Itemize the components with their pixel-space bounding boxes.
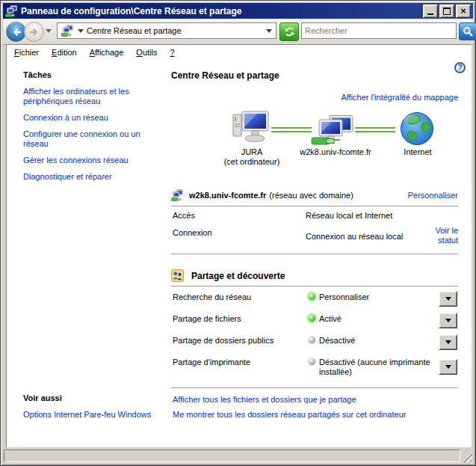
sharing-row-file-sharing: Partage de fichiers Activé bbox=[171, 314, 464, 338]
window-title: Panneau de configuration\Centre Réseau e… bbox=[21, 6, 421, 16]
window: Panneau de configuration\Centre Réseau e… bbox=[0, 0, 476, 466]
sharing-title: Partage et découverte bbox=[191, 271, 285, 281]
map-connector-line bbox=[271, 127, 312, 132]
address-chevron-icon[interactable] bbox=[78, 29, 84, 33]
maximize-button[interactable] bbox=[439, 4, 454, 18]
sidebar-item-connexion-reseau[interactable]: Connexion à un réseau bbox=[23, 113, 108, 123]
sharing-row-label: Partage d'imprimante bbox=[173, 358, 250, 367]
separator bbox=[171, 286, 458, 286]
sharing-row-status: Désactivé bbox=[319, 336, 434, 346]
domain-header: w2k8.univ-fcomte.fr (réseau avec domaine… bbox=[171, 189, 458, 201]
show-shared-folders-link[interactable]: Me montrer tous les dossiers réseau part… bbox=[173, 410, 406, 419]
search-icon bbox=[463, 26, 473, 37]
expand-button[interactable] bbox=[439, 291, 457, 307]
menu-affichage[interactable]: Affichage bbox=[85, 46, 132, 58]
domain-mini-network-icon bbox=[171, 189, 183, 201]
menu-edition[interactable]: Edition bbox=[47, 46, 85, 58]
show-shared-files-link[interactable]: Afficher tous les fichiers et dossiers q… bbox=[173, 395, 356, 404]
internet-globe-icon[interactable] bbox=[400, 111, 434, 146]
sharing-row-label: Recherche du réseau bbox=[173, 292, 251, 301]
chevron-down-icon bbox=[445, 340, 451, 344]
access-value: Réseau local et Internet bbox=[306, 211, 392, 220]
minimize-button[interactable] bbox=[423, 4, 438, 18]
recent-pages-chevron-icon[interactable] bbox=[46, 29, 52, 33]
status-bar bbox=[3, 448, 473, 463]
status-dot bbox=[309, 358, 315, 365]
close-button[interactable]: × bbox=[456, 4, 471, 18]
tasks-title: Tâches bbox=[23, 70, 156, 79]
sharing-row-public-folders: Partage de dossiers publics Désactivé bbox=[171, 336, 464, 360]
connection-label: Connexion bbox=[173, 228, 212, 237]
page-title: Centre Réseau et partage bbox=[171, 70, 279, 81]
back-arrow-icon bbox=[10, 26, 22, 38]
sharing-row-label: Partage de fichiers bbox=[173, 314, 241, 323]
status-dot bbox=[309, 293, 315, 300]
sharing-row-status: Désactivé (aucune imprimante installée) bbox=[319, 358, 434, 377]
connection-value: Connexion au réseau local bbox=[306, 232, 403, 241]
sidebar-item-afficher-ordinateurs[interactable]: Afficher les ordinateurs et les périphér… bbox=[23, 87, 156, 106]
chevron-down-icon bbox=[445, 365, 451, 369]
sharing-row-printer: Partage d'imprimante Désactivé (aucune i… bbox=[171, 358, 464, 387]
separator bbox=[171, 387, 458, 388]
map-connector-line bbox=[355, 127, 395, 132]
sharing-header: Partage et découverte bbox=[171, 269, 285, 282]
minimize-icon bbox=[427, 13, 433, 15]
expand-button[interactable] bbox=[439, 359, 457, 375]
address-bar[interactable]: Centre Réseau et partage bbox=[57, 22, 276, 39]
tasks-pane: Tâches Afficher les ordinateurs et les p… bbox=[23, 70, 156, 188]
see-also-title: Voir aussi bbox=[23, 393, 156, 402]
titlebar[interactable]: Panneau de configuration\Centre Réseau e… bbox=[3, 3, 473, 19]
map-node-domain: w2k8.univ-fcomte.fr bbox=[280, 147, 391, 157]
map-node-this-computer: JURA (cet ordinateur) bbox=[213, 147, 291, 167]
chevron-down-icon bbox=[445, 297, 451, 301]
sharing-row-network-discovery: Recherche du réseau Personnaliser bbox=[171, 292, 464, 316]
menu-outils[interactable]: Outils bbox=[132, 46, 165, 58]
domain-network-icon[interactable] bbox=[310, 115, 355, 147]
search-box bbox=[301, 22, 457, 39]
network-app-icon bbox=[5, 5, 17, 17]
separator bbox=[171, 206, 458, 206]
full-map-link[interactable]: Afficher l'intégralité du mappage bbox=[341, 93, 458, 102]
sidebar-item-configurer-connexion[interactable]: Configurer une connexion ou un réseau bbox=[23, 129, 156, 149]
close-icon: × bbox=[460, 7, 466, 15]
forward-button[interactable] bbox=[24, 22, 44, 42]
client-area: Fichier Edition Affichage Outils ? Tâche… bbox=[6, 44, 472, 447]
map-node-internet: Internet bbox=[395, 147, 440, 157]
status-dot bbox=[309, 337, 315, 343]
search-input[interactable] bbox=[302, 26, 456, 35]
search-button[interactable] bbox=[459, 22, 476, 40]
sidebar-item-diagnostiquer[interactable]: Diagnostiquer et réparer bbox=[23, 172, 112, 182]
sidebar-item-gerer-connexions[interactable]: Gérer les connexions réseau bbox=[23, 156, 129, 165]
status-dot bbox=[309, 315, 315, 322]
refresh-button[interactable] bbox=[279, 22, 299, 41]
sharing-row-status: Activé bbox=[319, 314, 434, 324]
chevron-down-icon bbox=[445, 319, 451, 322]
domain-type: (réseau avec domaine) bbox=[269, 191, 353, 200]
separator bbox=[171, 254, 458, 254]
network-address-icon bbox=[61, 25, 73, 37]
help-icon: ? bbox=[457, 64, 462, 72]
expand-button[interactable] bbox=[439, 334, 457, 350]
sharing-people-icon bbox=[171, 269, 184, 282]
sharing-row-status: Personnaliser bbox=[319, 292, 434, 302]
address-dropdown-icon[interactable] bbox=[266, 29, 272, 33]
maximize-icon bbox=[443, 7, 451, 15]
refresh-icon bbox=[284, 26, 295, 37]
back-button[interactable] bbox=[6, 22, 26, 42]
sidebar-item-options-internet[interactable]: Options Internet bbox=[23, 410, 81, 419]
main-content: Centre Réseau et partage ? Afficher l'in… bbox=[171, 45, 464, 447]
address-text: Centre Réseau et partage bbox=[87, 26, 262, 35]
see-also-pane: Voir aussi Options Internet Pare-feu Win… bbox=[23, 393, 156, 419]
expand-button[interactable] bbox=[439, 313, 457, 328]
status-field bbox=[4, 450, 460, 462]
menu-fichier[interactable]: Fichier bbox=[10, 46, 47, 58]
this-computer-icon[interactable] bbox=[232, 111, 271, 144]
sharing-row-label: Partage de dossiers publics bbox=[173, 336, 273, 345]
toolbar: Centre Réseau et partage bbox=[3, 19, 473, 45]
help-button[interactable]: ? bbox=[454, 62, 466, 73]
customize-link[interactable]: Personnaliser bbox=[408, 191, 458, 200]
resize-grip[interactable] bbox=[462, 452, 472, 462]
view-status-link[interactable]: Voir le statut bbox=[422, 226, 458, 245]
sidebar-item-pare-feu[interactable]: Pare-feu Windows bbox=[84, 410, 151, 419]
domain-name: w2k8.univ-fcomte.fr bbox=[189, 191, 266, 200]
